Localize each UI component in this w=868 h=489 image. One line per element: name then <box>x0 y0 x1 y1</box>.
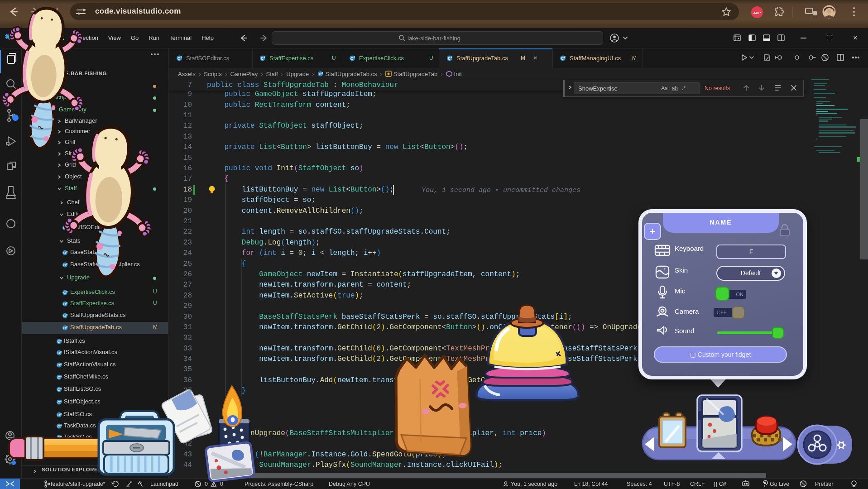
svg-text:ABP: ABP <box>753 11 762 15</box>
svg-text:#: # <box>60 412 62 415</box>
svg-text:#: # <box>60 435 62 438</box>
svg-text:C: C <box>63 251 66 255</box>
svg-text:#: # <box>66 250 68 253</box>
svg-text:C: C <box>58 351 60 355</box>
svg-text:#: # <box>60 387 62 390</box>
svg-text:C: C <box>58 363 60 367</box>
svg-text:#: # <box>564 56 566 58</box>
svg-text:#: # <box>60 363 62 365</box>
svg-text:C: C <box>318 72 321 76</box>
svg-text:#: # <box>66 263 68 265</box>
svg-text:C: C <box>58 436 60 440</box>
svg-text:#: # <box>60 375 62 378</box>
svg-text:C: C <box>561 56 564 61</box>
svg-text:#: # <box>66 290 68 293</box>
svg-text:C: C <box>58 424 60 428</box>
svg-text:#: # <box>60 350 62 353</box>
svg-text:C: C <box>177 56 180 61</box>
svg-text:#: # <box>451 56 453 58</box>
svg-text:#: # <box>264 56 266 58</box>
svg-text:#: # <box>60 400 62 403</box>
svg-text:C: C <box>58 400 60 404</box>
svg-text:#: # <box>66 225 68 228</box>
svg-text:C: C <box>350 56 353 61</box>
svg-text:C: C <box>58 375 60 379</box>
svg-text:C: C <box>261 56 264 61</box>
svg-text:C: C <box>448 56 451 61</box>
svg-text:C: C <box>63 314 66 318</box>
svg-text:C: C <box>58 413 60 417</box>
svg-text:#: # <box>354 56 355 58</box>
svg-text:C: C <box>63 226 66 230</box>
svg-text:#: # <box>66 313 68 316</box>
svg-text:C: C <box>58 388 60 392</box>
svg-text:#: # <box>181 56 182 58</box>
svg-text:C: C <box>63 291 66 295</box>
svg-text:#: # <box>66 326 68 328</box>
svg-text:#: # <box>66 302 68 304</box>
svg-text:#: # <box>60 339 62 342</box>
svg-text:C: C <box>63 326 66 330</box>
svg-text:C: C <box>63 263 66 267</box>
svg-text:#: # <box>321 72 323 74</box>
svg-text:C: C <box>63 302 66 306</box>
svg-text:#: # <box>60 424 62 427</box>
svg-text:C: C <box>58 340 60 344</box>
